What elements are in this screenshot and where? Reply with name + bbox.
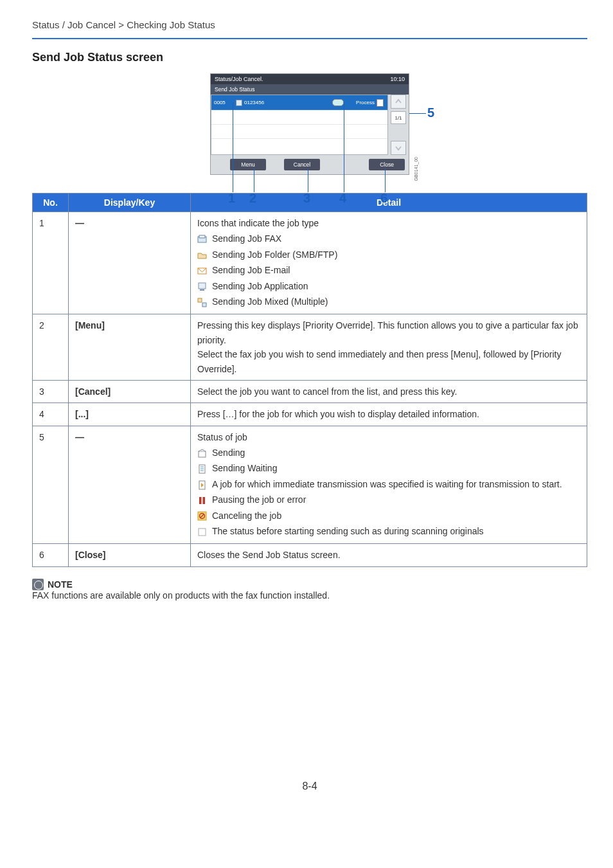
cell-no: 5 [33, 426, 69, 544]
table-row: 5 ― Status of job Sending Sending Waitin… [33, 426, 587, 544]
cancel-icon [197, 511, 207, 520]
svg-rect-13 [199, 497, 202, 504]
callout-6: 6 [380, 191, 387, 206]
close-button[interactable]: Close [369, 159, 405, 170]
svg-rect-1 [199, 235, 205, 238]
note-icon [32, 579, 44, 590]
panel-time: 10:10 [390, 76, 405, 82]
immediate-wait-icon [197, 480, 207, 489]
panel-title: Status/Job Cancel. [215, 76, 263, 82]
cell-detail: Pressing this key displays [Priority Ove… [191, 314, 587, 381]
cell-detail: Icons that indicate the job type Sending… [191, 212, 587, 314]
svg-rect-14 [203, 497, 206, 504]
breadcrumb: Status / Job Cancel > Checking Job Statu… [32, 19, 587, 34]
callout-5: 5 [427, 105, 434, 120]
cell-no: 1 [33, 212, 69, 314]
cell-no: 6 [33, 544, 69, 566]
callout-1: 1 [228, 191, 235, 206]
job-status: Process [356, 100, 375, 105]
sending-icon [197, 448, 207, 458]
th-display: Display/Key [69, 194, 191, 212]
svg-rect-3 [199, 283, 206, 289]
prestart-icon [197, 527, 207, 536]
cell-detail: Status of job Sending Sending Waiting A … [191, 426, 587, 544]
status-icon [377, 99, 384, 107]
application-icon [197, 281, 207, 291]
cell-key: [Close] [75, 550, 105, 560]
pause-icon [197, 495, 207, 505]
cancel-button[interactable]: Cancel [284, 159, 320, 170]
waiting-icon [197, 464, 207, 473]
table-row: 6 [Close] Closes the Send Job Status scr… [33, 544, 587, 566]
cell-key: ― [75, 432, 84, 442]
page-indicator: 1/1 [391, 111, 406, 124]
cell-key: [...] [75, 409, 89, 419]
cell-no: 2 [33, 314, 69, 381]
scroll-up-button[interactable] [391, 95, 406, 109]
callout-4: 4 [339, 191, 346, 206]
job-row[interactable]: 0005 0123456 Process [211, 95, 387, 111]
menu-button[interactable]: Menu [230, 159, 266, 170]
mixed-icon [197, 297, 207, 307]
note-text: FAX functions are available only on prod… [32, 590, 587, 601]
fax-icon [197, 234, 207, 244]
svg-rect-18 [199, 529, 206, 536]
cell-detail: Select the job you want to cancel from t… [191, 380, 587, 402]
note-label: NOTE [48, 579, 73, 590]
table-row: 4 [...] Press […] for the job for which … [33, 403, 587, 426]
cell-no: 4 [33, 403, 69, 426]
divider [32, 38, 587, 39]
description-table: No. Display/Key Detail 1 ― Icons that in… [32, 193, 587, 567]
svg-rect-4 [200, 289, 204, 291]
cell-detail: Press […] for the job for which you wish… [191, 403, 587, 426]
svg-rect-7 [199, 451, 206, 457]
svg-rect-5 [198, 298, 202, 302]
panel-screenshot: Status/Job Cancel. 10:10 Send Job Status… [210, 73, 409, 175]
table-row: 2 [Menu] Pressing this key displays [Pri… [33, 314, 587, 381]
scroll-down-button[interactable] [391, 141, 406, 155]
job-type-icon [236, 100, 242, 106]
cell-no: 3 [33, 380, 69, 402]
cell-key: [Menu] [75, 320, 105, 330]
svg-rect-6 [202, 303, 206, 307]
note-block: NOTE FAX functions are available only on… [32, 579, 587, 601]
job-name: 0123456 [244, 100, 264, 105]
table-row: 3 [Cancel] Select the job you want to ca… [33, 380, 587, 402]
cell-key: ― [75, 218, 84, 228]
cell-detail: Closes the Send Job Status screen. [191, 544, 587, 566]
email-icon [197, 266, 207, 275]
section-title: Send Job Status screen [32, 51, 587, 64]
callout-3: 3 [303, 191, 310, 206]
callout-2: 2 [249, 191, 256, 206]
job-list: 0005 0123456 Process [211, 95, 388, 155]
th-no: No. [33, 194, 69, 212]
panel-subtitle: Send Job Status [211, 84, 409, 95]
folder-icon [197, 249, 207, 259]
table-row: 1 ― Icons that indicate the job type Sen… [33, 212, 587, 314]
cell-key: [Cancel] [75, 386, 111, 397]
detail-bubble-icon[interactable] [332, 99, 344, 106]
page-number: 8-4 [32, 781, 587, 792]
job-id: 0005 [214, 100, 233, 105]
image-code: GB0141_00 [414, 157, 418, 181]
